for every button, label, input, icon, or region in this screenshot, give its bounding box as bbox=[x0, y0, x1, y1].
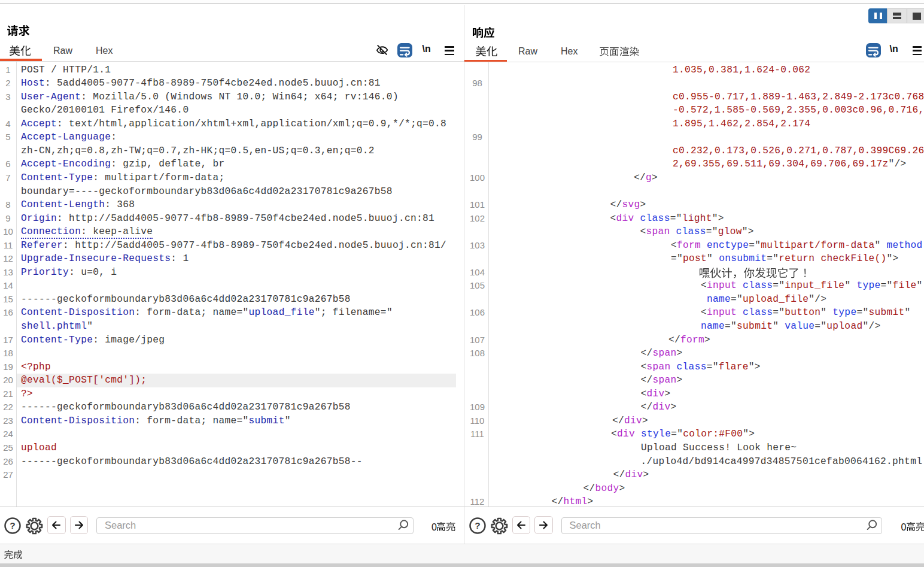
svg-text:?: ? bbox=[475, 520, 480, 530]
svg-text:?: ? bbox=[10, 520, 15, 530]
